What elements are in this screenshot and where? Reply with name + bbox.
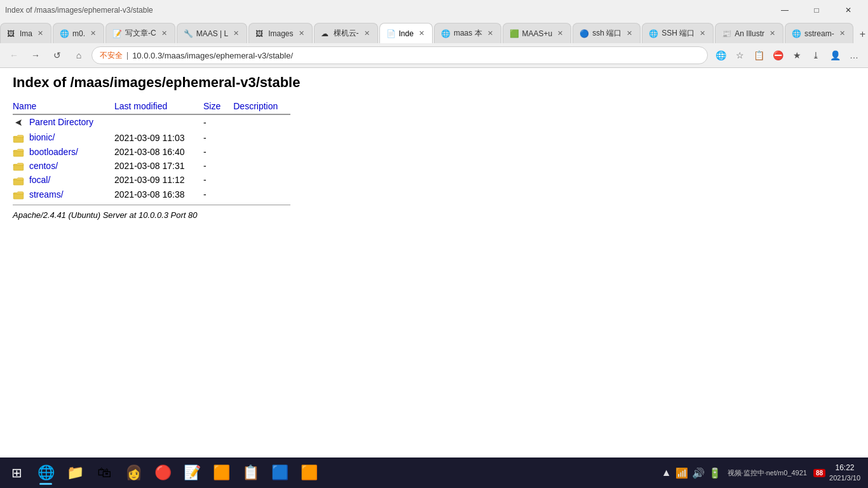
url-bar[interactable]: 不安全 | 10.0.0.3/maas/images/ephemeral-v3/… (92, 46, 708, 64)
title-bar: Index of /maas/images/ephemeral-v3/stabl… (0, 0, 868, 20)
parent-dir-size: - (203, 115, 233, 131)
profile-button[interactable]: 👤 (826, 46, 844, 64)
tab-tab5[interactable]: 🖼Images✕ (248, 23, 312, 43)
browser-title: Index of /maas/images/ephemeral-v3/stabl… (5, 6, 153, 15)
tab-label-tab1: Ima (20, 29, 32, 38)
tab-close-tab6[interactable]: ✕ (363, 28, 371, 39)
folder-icon-0 (13, 134, 24, 143)
taskbar-app-app3[interactable]: 📝 (178, 459, 206, 487)
taskbar-app-store[interactable]: 🛍 (90, 459, 118, 487)
entry-desc-2 (233, 159, 290, 173)
taskbar-app-app1[interactable]: 👩 (119, 459, 147, 487)
col-name-header: Name (13, 98, 114, 114)
col-size-header: Size (203, 98, 233, 114)
notification-badge[interactable]: 88 (813, 469, 825, 477)
taskbar-app-edge[interactable]: 🌐 (32, 459, 60, 487)
new-tab-button[interactable]: + (857, 25, 868, 43)
tab-close-tab13[interactable]: ✕ (838, 28, 846, 39)
tab-close-tab2[interactable]: ✕ (89, 28, 97, 39)
downloads-button[interactable]: ⤓ (807, 46, 825, 64)
taskbar-icons: ▲ 📶 🔊 🔋 视频·监控中·net/m0_4921 88 (661, 467, 825, 479)
name-sort-link[interactable]: Name (13, 101, 36, 111)
tab-tab1[interactable]: 🖼Ima✕ (0, 23, 51, 43)
tab-tab2[interactable]: 🌐m0.✕ (53, 23, 104, 43)
tab-close-tab3[interactable]: ✕ (160, 28, 168, 39)
close-button[interactable]: ✕ (834, 0, 863, 20)
taskbar-app-app6[interactable]: 🟦 (266, 459, 294, 487)
tab-close-tab4[interactable]: ✕ (232, 28, 240, 39)
tab-tab12[interactable]: 📰An Illustr✕ (715, 23, 783, 43)
url-separator: | (126, 51, 128, 60)
entry-modified-0: 2021-03-09 11:03 (114, 130, 203, 144)
size-sort-link[interactable]: Size (203, 101, 220, 111)
refresh-button[interactable]: ↺ (48, 46, 66, 64)
tab-close-tab7[interactable]: ✕ (417, 28, 426, 39)
tab-tab10[interactable]: 🔵ssh 端口✕ (573, 23, 641, 43)
maximize-button[interactable]: □ (802, 0, 831, 20)
parent-dir-modified (114, 115, 203, 131)
taskbar-app-app4[interactable]: 🟧 (207, 459, 235, 487)
tab-close-tab10[interactable]: ✕ (625, 28, 634, 39)
taskbar-app-app2[interactable]: 🔴 (149, 459, 177, 487)
entry-link-4[interactable]: streams/ (29, 189, 64, 200)
taskbar-app-app5[interactable]: 📋 (236, 459, 264, 487)
collections-button[interactable]: 📋 (750, 46, 768, 64)
tab-tab4[interactable]: 🔧MAAS | L✕ (177, 23, 247, 43)
tab-label-tab7: Inde (399, 29, 414, 38)
tab-favicon-tab8: 🌐 (441, 29, 450, 38)
tab-favicon-tab6: ☁ (321, 29, 330, 38)
favorites-button[interactable]: ☆ (731, 46, 749, 64)
tab-label-tab6: 棵机云- (334, 28, 359, 39)
directory-table: Name Last modified Size Description (13, 98, 290, 205)
entry-link-3[interactable]: focal/ (29, 175, 50, 185)
col-modified-header: Last modified (114, 98, 203, 114)
tab-tab13[interactable]: 🌐sstream-✕ (785, 23, 853, 43)
adblock-button[interactable]: ⛔ (769, 46, 787, 64)
modified-sort-link[interactable]: Last modified (114, 101, 167, 111)
tray-icon-volume[interactable]: 🔊 (692, 467, 705, 479)
table-row: streams/ 2021-03-08 16:38 - (13, 187, 290, 205)
tab-tab6[interactable]: ☁棵机云-✕ (314, 23, 378, 43)
forward-button[interactable]: → (27, 46, 44, 64)
security-warning: 不安全 (100, 50, 123, 61)
add-favorites-button[interactable]: ★ (788, 46, 806, 64)
back-button[interactable]: ← (5, 46, 23, 64)
table-row: bionic/ 2021-03-09 11:03 - (13, 130, 290, 144)
tab-tab9[interactable]: 🟩MAAS+u✕ (503, 23, 572, 43)
tray-text: 视频·监控中·net/m0_4921 (725, 468, 810, 478)
settings-button[interactable]: … (845, 46, 863, 64)
folder-icon-4 (13, 191, 24, 200)
tray-icon-1[interactable]: ▲ (661, 467, 672, 478)
tab-close-tab8[interactable]: ✕ (486, 28, 494, 39)
parent-dir-link[interactable]: Parent Directory (29, 117, 93, 127)
tab-favicon-tab1: 🖼 (7, 29, 16, 38)
tab-label-tab2: m0. (72, 29, 85, 38)
tab-tab3[interactable]: 📝写文章-C✕ (105, 23, 175, 43)
home-button[interactable]: ⌂ (70, 46, 88, 64)
minimize-button[interactable]: — (770, 0, 799, 20)
entry-desc-4 (233, 187, 290, 205)
url-text: 10.0.0.3/maas/images/ephemeral-v3/stable… (132, 51, 293, 60)
taskbar-app-filezilla[interactable]: 🟧 (295, 459, 323, 487)
entry-link-2[interactable]: centos/ (29, 161, 58, 171)
taskbar-clock: 16:22 2021/3/10 (829, 463, 860, 483)
taskbar-app-explorer[interactable]: 📁 (61, 459, 89, 487)
tab-tab7[interactable]: 📄Inde✕ (379, 23, 433, 43)
tab-close-tab9[interactable]: ✕ (556, 28, 564, 39)
start-button[interactable]: ⊞ (3, 459, 31, 487)
desc-sort-link[interactable]: Description (233, 101, 278, 111)
entry-link-0[interactable]: bionic/ (29, 132, 55, 142)
tray-icon-network[interactable]: 📶 (675, 467, 688, 479)
tab-tab8[interactable]: 🌐maas 本✕ (434, 23, 501, 43)
tab-close-tab12[interactable]: ✕ (768, 28, 776, 39)
tray-icon-battery[interactable]: 🔋 (709, 467, 721, 479)
tab-close-tab5[interactable]: ✕ (297, 28, 306, 39)
tab-close-tab11[interactable]: ✕ (698, 28, 707, 39)
entry-link-1[interactable]: bootloaders/ (29, 147, 78, 157)
tab-close-tab1[interactable]: ✕ (36, 28, 44, 39)
entry-modified-3: 2021-03-09 11:12 (114, 173, 203, 187)
tab-tab11[interactable]: 🌐SSH 端口✕ (642, 23, 714, 43)
tab-favicon-tab9: 🟩 (510, 29, 519, 38)
tab-favicon-tab7: 📄 (386, 29, 395, 38)
translate-button[interactable]: 🌐 (712, 46, 729, 64)
